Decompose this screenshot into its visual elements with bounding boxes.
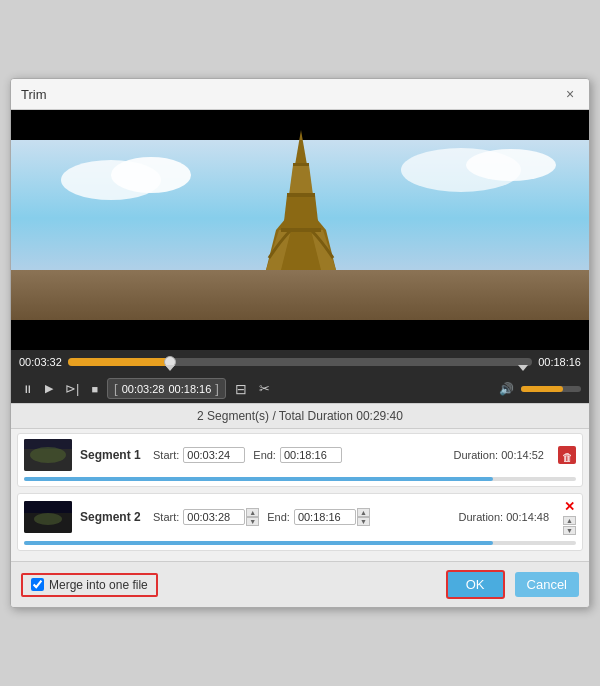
svg-marker-11 — [283, 195, 319, 230]
dialog-title: Trim — [21, 87, 47, 102]
segment-2-thumbnail — [24, 501, 72, 533]
segment-2-start-group: Start: ▲ ▼ — [153, 508, 259, 526]
segment-2-up-btn[interactable]: ▲ — [563, 516, 576, 525]
segment-item: Segment 2 Start: ▲ ▼ End: — [17, 493, 583, 551]
segment-1-progress — [24, 477, 576, 481]
segment-1-progress-fill — [24, 477, 493, 481]
segment-1-thumbnail — [24, 439, 72, 471]
next-frame-button[interactable]: ⊳| — [62, 379, 82, 398]
segment-1-start-input[interactable] — [183, 447, 245, 463]
segment-item: Segment 1 Start: End: Duration: 00:14:52… — [17, 433, 583, 487]
volume-fill — [521, 386, 563, 392]
time-bracket-control: [ 00:03:28 00:18:16 ] — [107, 378, 226, 399]
segment-1-start-label: Start: — [153, 449, 179, 461]
svg-rect-0 — [11, 110, 589, 140]
segment-2-start-spinner[interactable]: ▲ ▼ — [246, 508, 259, 526]
svg-point-6 — [466, 149, 556, 181]
svg-rect-14 — [281, 228, 321, 232]
cancel-button[interactable]: Cancel — [515, 572, 579, 597]
segment-2-duration-label: Duration: — [459, 511, 504, 523]
bracket-start-time: 00:03:28 — [122, 383, 165, 395]
svg-point-19 — [30, 447, 66, 463]
segment-2-header: Segment 2 Start: ▲ ▼ End: — [24, 499, 576, 535]
footer: Merge into one file OK Cancel — [11, 561, 589, 607]
ok-button[interactable]: OK — [446, 570, 505, 599]
segment-2-start-down[interactable]: ▼ — [246, 517, 259, 526]
controls-row: ⏸ ▶ ⊳| ■ [ 00:03:28 00:18:16 ] ⊟ ✂ 🔊 — [11, 374, 589, 403]
svg-point-4 — [111, 157, 191, 193]
segment-count-text: 2 Segment(s) / Total Duration 00:29:40 — [197, 409, 403, 423]
svg-marker-12 — [289, 165, 313, 195]
segment-1-duration-group: Duration: 00:14:52 — [453, 449, 544, 461]
trim-dialog: Trim × — [10, 78, 590, 608]
svg-rect-16 — [293, 163, 309, 166]
svg-rect-1 — [11, 320, 589, 350]
segment-1-name: Segment 1 — [80, 448, 145, 462]
video-player — [11, 110, 589, 350]
bracket-end-time: 00:18:16 — [169, 383, 212, 395]
segment-2-end-label: End: — [267, 511, 290, 523]
scrubber-track[interactable] — [68, 358, 532, 366]
bracket-close: ] — [215, 381, 219, 396]
segment-2-duration-group: Duration: 00:14:48 — [459, 511, 550, 523]
svg-point-23 — [34, 513, 62, 525]
segment-1-end-label: End: — [253, 449, 276, 461]
merge-checkbox-wrapper: Merge into one file — [21, 573, 158, 597]
segment-1-start-group: Start: — [153, 447, 245, 463]
title-bar: Trim × — [11, 79, 589, 110]
svg-rect-15 — [287, 193, 315, 197]
volume-icon[interactable]: 🔊 — [496, 380, 517, 398]
segment-2-end-input[interactable] — [294, 509, 356, 525]
video-thumbnail — [11, 110, 589, 350]
scissors-button[interactable]: ✂ — [256, 379, 273, 398]
bracket-open: [ — [114, 381, 118, 396]
segment-2-duration-value: 00:14:48 — [506, 511, 549, 523]
volume-track[interactable] — [521, 386, 581, 392]
merge-checkbox[interactable] — [31, 578, 44, 591]
pause-button[interactable]: ⏸ — [19, 381, 36, 397]
crop-icon-button[interactable]: ⊟ — [232, 379, 250, 399]
segment-1-header: Segment 1 Start: End: Duration: 00:14:52… — [24, 439, 576, 471]
merge-label: Merge into one file — [49, 578, 148, 592]
segment-2-name: Segment 2 — [80, 510, 145, 524]
segment-2-end-spinner[interactable]: ▲ ▼ — [357, 508, 370, 526]
segment-2-start-up[interactable]: ▲ — [246, 508, 259, 517]
segment-1-end-input[interactable] — [280, 447, 342, 463]
segment-2-end-group: End: ▲ ▼ — [267, 508, 370, 526]
marker-left — [165, 365, 175, 371]
segment-info-bar: 2 Segment(s) / Total Duration 00:29:40 — [11, 403, 589, 429]
timeline-area: 00:03:32 00:18:16 — [11, 350, 589, 374]
end-time-label: 00:18:16 — [538, 356, 581, 368]
segment-1-delete-button[interactable]: 🗑 — [558, 446, 576, 464]
segment-2-start-label: Start: — [153, 511, 179, 523]
scrubber-fill — [68, 358, 170, 366]
close-button[interactable]: × — [561, 85, 579, 103]
segment-list: Segment 1 Start: End: Duration: 00:14:52… — [11, 429, 589, 561]
segment-1-duration-value: 00:14:52 — [501, 449, 544, 461]
play-button[interactable]: ▶ — [42, 380, 56, 397]
segment-1-duration-label: Duration: — [453, 449, 498, 461]
segment-1-end-group: End: — [253, 447, 342, 463]
segment-2-progress — [24, 541, 576, 545]
stop-button[interactable]: ■ — [88, 381, 101, 397]
segment-2-start-input[interactable] — [183, 509, 245, 525]
volume-area: 🔊 — [496, 380, 581, 398]
svg-rect-22 — [24, 501, 72, 513]
segment-2-delete-button[interactable]: ✕ — [564, 499, 575, 514]
segment-2-down-btn[interactable]: ▼ — [563, 526, 576, 535]
svg-rect-7 — [11, 270, 589, 320]
current-time-label: 00:03:32 — [19, 356, 62, 368]
marker-right — [518, 365, 528, 371]
segment-2-progress-fill — [24, 541, 493, 545]
segment-2-end-down[interactable]: ▼ — [357, 517, 370, 526]
segment-2-end-up[interactable]: ▲ — [357, 508, 370, 517]
